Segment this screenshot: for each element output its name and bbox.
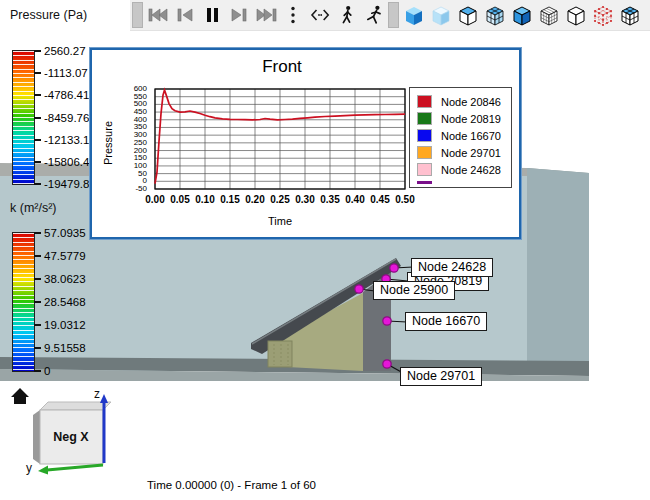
view-orientation-cube[interactable]: Neg X z y bbox=[26, 387, 111, 475]
legend-item: Node 20846 bbox=[417, 93, 511, 110]
y-axis-label: y bbox=[26, 461, 32, 475]
colorbar-tick-mark bbox=[34, 324, 41, 326]
pause-button[interactable] bbox=[199, 2, 224, 28]
colorbar-tick-mark bbox=[34, 347, 41, 349]
go-to-first-frame-button[interactable] bbox=[145, 2, 170, 28]
colorbar-tick-mark bbox=[34, 94, 41, 96]
legend-label: Node 24628 bbox=[441, 164, 501, 176]
colorbar-tick-label: 57.0935 bbox=[44, 227, 86, 239]
step-back-button[interactable] bbox=[172, 2, 197, 28]
legend-item: Node 16670 bbox=[417, 127, 511, 144]
colorbar-tick-mark bbox=[34, 117, 41, 119]
colorbar-tick-mark bbox=[34, 161, 41, 163]
cube-node-mesh-icon bbox=[591, 3, 615, 27]
colorbar-tick-label: 38.0623 bbox=[44, 273, 86, 285]
step-back-icon bbox=[183, 9, 192, 21]
y-tick-label: 600 bbox=[113, 85, 147, 93]
node-marker-29701 bbox=[383, 360, 391, 368]
cube-shaded-icon bbox=[402, 3, 426, 27]
y-tick-label: 350 bbox=[113, 123, 147, 131]
z-axis-label: z bbox=[94, 387, 100, 401]
view-cube-left-face bbox=[33, 410, 40, 464]
colorbar-tick-label: 28.5468 bbox=[44, 296, 86, 308]
y-tick-label: -50 bbox=[113, 185, 147, 193]
colorbar-tick-mark bbox=[34, 50, 41, 52]
colorbar-tick-label: 19.0312 bbox=[44, 319, 86, 331]
toolbar-grip[interactable] bbox=[388, 2, 399, 28]
view-cube-face-label: Neg X bbox=[53, 430, 89, 444]
colorbar-tick-label: -1113.07 bbox=[44, 67, 88, 79]
colorbar-tick-mark bbox=[34, 370, 41, 372]
display-subdivided-button[interactable] bbox=[482, 2, 507, 28]
colorbar-tick-label: -8459.76 bbox=[44, 112, 89, 124]
k-colorbar: 57.093547.577938.062328.546819.03129.515… bbox=[12, 232, 35, 372]
display-node-mesh-button[interactable] bbox=[590, 2, 615, 28]
display-shaded-button[interactable] bbox=[401, 2, 426, 28]
display-fine-mesh-button[interactable] bbox=[536, 2, 561, 28]
legend-label: Node 20819 bbox=[441, 113, 501, 125]
cube-quadrant-icon bbox=[618, 3, 642, 27]
y-tick-label: 300 bbox=[113, 131, 147, 139]
legend-swatch bbox=[417, 95, 432, 108]
colorbar-tick-label: 2560.27 bbox=[44, 45, 86, 57]
node-marker-25900 bbox=[355, 285, 363, 293]
display-shaded-wireframe-button[interactable] bbox=[455, 2, 480, 28]
display-wireframe-button[interactable] bbox=[563, 2, 588, 28]
cube-wireframe-icon bbox=[564, 3, 588, 27]
y-tick-label: 200 bbox=[113, 147, 147, 155]
walk-mode-button[interactable] bbox=[334, 2, 359, 28]
expand-range-button[interactable] bbox=[307, 2, 332, 28]
go-to-last-frame-button[interactable] bbox=[253, 2, 278, 28]
cube-wireframe-shaded-icon bbox=[456, 3, 480, 27]
pressure-legend-title: Pressure (Pa) bbox=[10, 8, 87, 22]
legend-item: Node 24628 bbox=[417, 161, 511, 178]
node-label-25900[interactable]: Node 25900 bbox=[373, 281, 455, 300]
legend-swatch bbox=[417, 129, 432, 142]
node-label-24628[interactable]: Node 24628 bbox=[411, 258, 493, 277]
colorbar-tick-label: 0 bbox=[44, 365, 50, 377]
display-solid-button[interactable] bbox=[509, 2, 534, 28]
y-tick-label: 150 bbox=[113, 154, 147, 162]
view-cube-top-face bbox=[40, 402, 111, 410]
step-forward-button[interactable] bbox=[226, 2, 251, 28]
home-icon[interactable] bbox=[11, 388, 29, 404]
y-tick-label: 400 bbox=[113, 116, 147, 124]
colorbar-tick-label: -19479.8 bbox=[44, 178, 89, 190]
y-tick-label: 100 bbox=[113, 162, 147, 170]
kebab-menu-icon bbox=[281, 3, 305, 27]
cube-transparent-icon bbox=[429, 3, 453, 27]
cube-fine-mesh-icon bbox=[537, 3, 561, 27]
xy-plot-panel: Front Pressure Time -5005010015020025030… bbox=[90, 48, 521, 239]
legend-swatch bbox=[417, 146, 432, 159]
k-legend-title: k (m²/s²) bbox=[10, 201, 57, 215]
colorbar-tick-label: -4786.41 bbox=[44, 89, 89, 101]
node-marker-24628 bbox=[390, 264, 398, 272]
legend-item: Node 20819 bbox=[417, 110, 511, 127]
legend-label: Node 29701 bbox=[441, 147, 501, 159]
display-transparent-button[interactable] bbox=[428, 2, 453, 28]
legend-swatch bbox=[417, 163, 432, 176]
colorbar-tick-mark bbox=[34, 255, 41, 257]
main-toolbar bbox=[130, 0, 650, 31]
legend-item: Node 29701 bbox=[417, 144, 511, 161]
pause-icon bbox=[207, 8, 211, 22]
toolbar-grip[interactable] bbox=[132, 2, 143, 28]
run-mode-button[interactable] bbox=[361, 2, 386, 28]
node-marker-16670 bbox=[383, 317, 391, 325]
walk-person-icon bbox=[335, 3, 359, 27]
y-tick-label: 250 bbox=[113, 139, 147, 147]
run-person-icon bbox=[362, 3, 386, 27]
colorbar-tick-label: 9.51558 bbox=[44, 342, 86, 354]
y-tick-label: 0 bbox=[113, 177, 147, 185]
colorbar-tick-label: 47.5779 bbox=[44, 250, 86, 262]
z-axis-arrowhead bbox=[100, 394, 108, 403]
chart-legend: Node 20846Node 20819Node 16670Node 29701… bbox=[409, 87, 512, 188]
more-options-button[interactable] bbox=[280, 2, 305, 28]
colorbar-tick-mark bbox=[34, 232, 41, 234]
node-label-29701[interactable]: Node 29701 bbox=[400, 367, 482, 386]
legend-swatch bbox=[417, 112, 432, 125]
pressure-colorbar: 2560.27-1113.07-4786.41-8459.76-12133.1-… bbox=[12, 50, 35, 185]
display-quadrant-button[interactable] bbox=[617, 2, 642, 28]
y-tick-label: 450 bbox=[113, 108, 147, 116]
node-label-16670[interactable]: Node 16670 bbox=[405, 312, 487, 331]
